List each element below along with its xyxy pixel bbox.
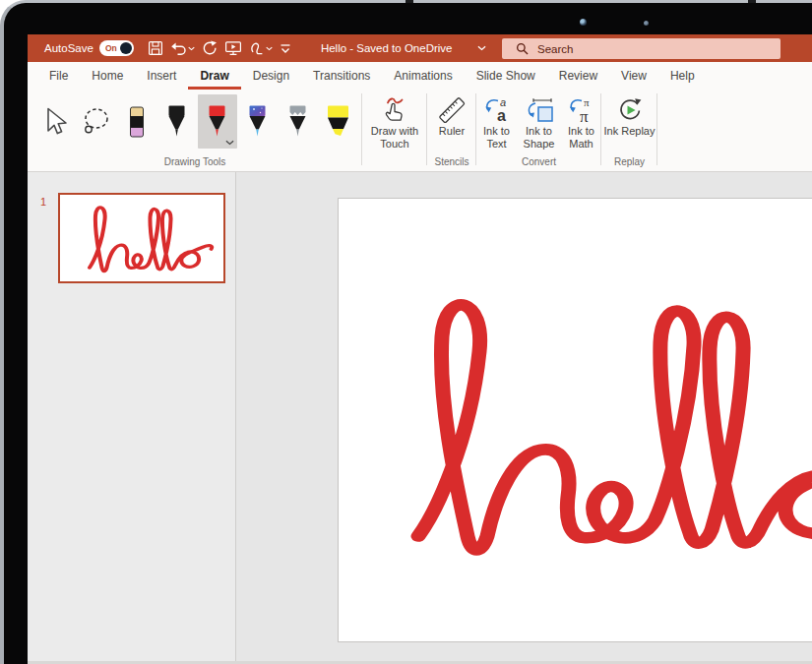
ink-replay-icon (615, 95, 645, 125)
select-tool[interactable] (36, 94, 76, 149)
group-drawing-tools: Drawing Tools (28, 90, 362, 171)
eraser-tool[interactable] (117, 94, 156, 149)
group-label-empty (362, 154, 427, 171)
autosave-state: On (105, 43, 117, 53)
ink-to-shape-label: Ink to Shape (519, 125, 560, 151)
pen-red[interactable] (198, 94, 237, 149)
group-label-drawing-tools: Drawing Tools (28, 154, 362, 171)
document-title[interactable]: Hello - Saved to OneDrive (321, 42, 487, 54)
ink-to-shape-icon (524, 96, 555, 124)
search-placeholder: Search (537, 43, 573, 55)
pencil-icon (288, 105, 307, 139)
autosave-toggle[interactable]: AutoSave On (44, 40, 134, 56)
ribbon: Drawing Tools Draw with Touch (28, 90, 812, 172)
svg-text:π: π (580, 107, 589, 124)
tab-file[interactable]: File (37, 62, 80, 90)
save-icon (148, 40, 163, 56)
antenna-notch (748, 0, 756, 3)
eraser-icon (129, 106, 145, 138)
autosave-label: AutoSave (44, 42, 94, 54)
draw-with-touch-button[interactable]: Draw with Touch (363, 92, 426, 151)
tab-design[interactable]: Design (241, 62, 301, 90)
start-slideshow-button[interactable] (224, 40, 242, 56)
chevron-down-icon[interactable] (188, 46, 195, 51)
pen-galaxy[interactable] (238, 94, 278, 149)
inking-button[interactable] (249, 40, 273, 56)
tab-draw[interactable]: Draw (188, 62, 240, 90)
document-title-text: Hello - Saved to OneDrive (321, 42, 453, 54)
chevron-down-icon[interactable] (266, 46, 273, 51)
ink-to-math-icon: π π (567, 96, 596, 124)
tab-home[interactable]: Home (80, 62, 135, 90)
save-button[interactable] (148, 40, 163, 56)
ruler-icon (437, 96, 467, 124)
group-label-replay: Replay (601, 154, 657, 171)
tab-animations[interactable]: Animations (382, 62, 464, 90)
slide-canvas[interactable] (338, 198, 812, 642)
ink-replay-label: Ink Replay (604, 125, 656, 138)
tablet-device: AutoSave On (0, 0, 812, 664)
quick-access-toolbar (148, 40, 291, 56)
more-commands-icon (280, 42, 291, 55)
ink-to-shape-button[interactable]: Ink to Shape (519, 92, 560, 151)
tab-review[interactable]: Review (547, 62, 609, 90)
ruler-button[interactable]: Ruler (428, 92, 475, 138)
slide-editor[interactable] (236, 172, 812, 664)
tab-view[interactable]: View (609, 62, 658, 90)
ribbon-tab-bar: File Home Insert Draw Design Transitions… (28, 62, 812, 90)
highlighter-icon (327, 105, 349, 138)
slide-thumbnail-panel[interactable]: 1 (28, 172, 236, 664)
antenna-notch (406, 0, 413, 3)
search-icon (516, 42, 529, 55)
pen-icon (208, 105, 226, 139)
autosave-switch[interactable]: On (99, 40, 134, 56)
customize-qat-button[interactable] (280, 42, 291, 55)
group-label-stencils: Stencils (427, 154, 476, 171)
group-stencils: Ruler Stencils (427, 90, 476, 171)
drawing-tools-row (31, 92, 360, 149)
undo-icon (170, 40, 187, 56)
slide-number: 1 (40, 196, 46, 208)
search-input[interactable]: Search (502, 38, 781, 59)
powerpoint-window: AutoSave On (28, 34, 812, 664)
tab-transitions[interactable]: Transitions (301, 62, 382, 90)
pen-icon (248, 105, 267, 139)
camera-icon (580, 19, 587, 26)
arrow-cursor-icon (42, 107, 69, 137)
chevron-down-icon[interactable] (477, 45, 486, 51)
group-draw-with-touch: Draw with Touch (362, 90, 427, 171)
undo-button[interactable] (170, 40, 195, 56)
inking-icon (249, 40, 265, 56)
svg-text:a: a (497, 107, 506, 124)
workspace: 1 (28, 172, 812, 664)
redo-icon (202, 40, 218, 56)
pencil-tool[interactable] (279, 94, 318, 149)
tab-slide-show[interactable]: Slide Show (465, 62, 547, 90)
ribbon-spacer (657, 90, 812, 171)
present-icon (224, 40, 242, 56)
ink-replay-button[interactable]: Ink Replay (603, 92, 656, 138)
highlighter-tool[interactable] (319, 94, 358, 149)
lasso-select-tool[interactable] (77, 94, 116, 149)
chevron-down-icon[interactable] (225, 140, 234, 146)
autosave-knob (120, 42, 132, 54)
group-replay: Ink Replay Replay (601, 90, 657, 171)
lasso-icon (81, 107, 112, 136)
pen-icon (167, 105, 186, 139)
ruler-label: Ruler (439, 125, 465, 138)
ink-to-math-button[interactable]: π π Ink to Math (562, 92, 601, 151)
tab-insert[interactable]: Insert (135, 62, 188, 90)
slide-thumbnail[interactable] (58, 193, 225, 283)
group-label-convert: Convert (476, 154, 601, 171)
tab-help[interactable]: Help (658, 62, 707, 90)
pen-black[interactable] (157, 94, 197, 149)
ink-to-text-button[interactable]: a a Ink to Text (477, 92, 517, 151)
sensor-icon (644, 21, 649, 26)
ink-to-text-icon: a a (482, 96, 512, 124)
group-convert: a a Ink to Text (476, 90, 601, 171)
draw-with-touch-label: Draw with Touch (363, 125, 426, 151)
ink-to-text-label: Ink to Text (477, 125, 517, 151)
canvas-ink-hello (338, 218, 812, 612)
redo-button[interactable] (202, 40, 218, 56)
title-bar: AutoSave On (28, 34, 812, 62)
